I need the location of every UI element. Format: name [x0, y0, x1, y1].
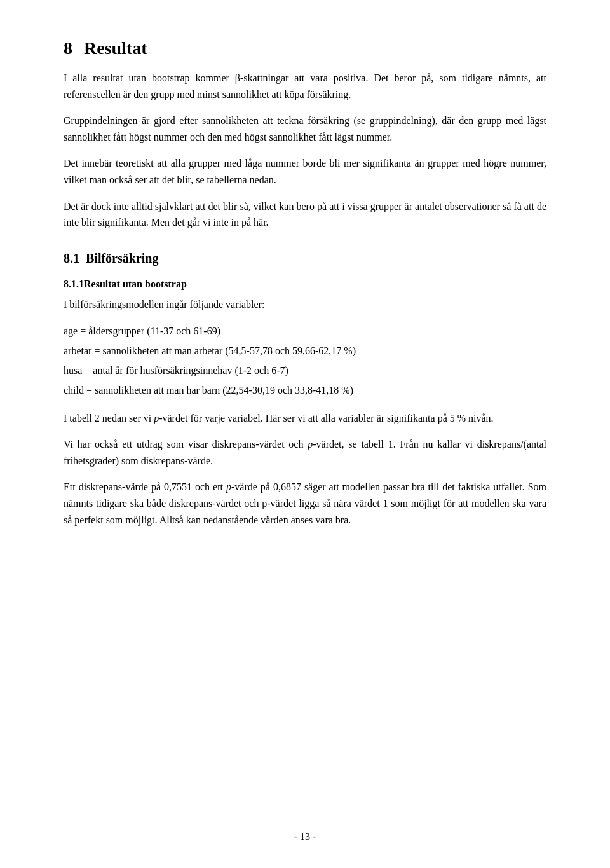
variable-age: age = åldersgrupper (11-37 och 61-69): [64, 322, 546, 341]
section-number: 8: [64, 38, 72, 58]
page-footer: - 13 -: [0, 831, 610, 843]
paragraph-diskrepans-2: Ett diskrepans-värde på 0,7551 och ett p…: [64, 479, 546, 528]
variables-list: age = åldersgrupper (11-37 och 61-69) ar…: [64, 322, 546, 399]
paragraph-2: Gruppindelningen är gjord efter sannolik…: [64, 113, 546, 145]
page-number: - 13 -: [294, 831, 316, 842]
paragraph-diskrepans-1: Vi har också ett utdrag som visar diskre…: [64, 436, 546, 469]
subsubsection-number: 8.1.1: [64, 279, 84, 289]
page: 8Resultat I alla resultat utan bootstrap…: [0, 0, 610, 868]
subsection-number: 8.1: [64, 251, 79, 265]
paragraph-4: Det är dock inte alltid självklart att d…: [64, 198, 546, 231]
subsubsection-title-text: Resultat utan bootstrap: [84, 279, 187, 289]
paragraph-after-vars: I tabell 2 nedan ser vi p-värdet för var…: [64, 410, 546, 427]
paragraph-1: I alla resultat utan bootstrap kommer β-…: [64, 70, 546, 102]
subsection-title-text: Bilförsäkring: [86, 251, 158, 265]
section-title: 8Resultat: [64, 38, 546, 59]
variable-husa: husa = antal år för husförsäkringsinneha…: [64, 362, 546, 380]
subsection-title: 8.1Bilförsäkring: [64, 251, 546, 266]
subsubsection-title: 8.1.1Resultat utan bootstrap: [64, 279, 546, 290]
variable-child: child = sannolikheten att man har barn (…: [64, 382, 546, 400]
variable-arbetar: arbetar = sannolikheten att man arbetar …: [64, 342, 546, 361]
section-title-text: Resultat: [84, 38, 147, 58]
intro-text: I bilförsäkringsmodellen ingår följande …: [64, 296, 546, 313]
paragraph-3: Det innebär teoretiskt att alla grupper …: [64, 155, 546, 188]
